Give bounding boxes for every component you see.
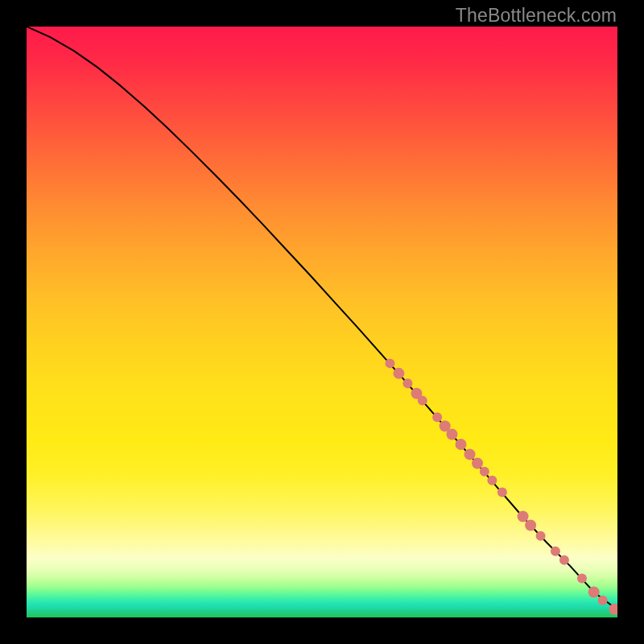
scatter-point	[472, 457, 483, 469]
scatter-point	[598, 596, 608, 605]
scatter-points	[385, 358, 617, 617]
scatter-point	[487, 476, 497, 485]
scatter-point	[497, 487, 507, 497]
scatter-point	[480, 467, 489, 477]
scatter-point	[418, 396, 427, 406]
scatter-point	[464, 448, 476, 460]
scatter-point	[518, 510, 529, 522]
plot-area	[27, 27, 617, 617]
scatter-point	[402, 378, 412, 388]
curve-layer	[27, 27, 617, 617]
scatter-point	[551, 547, 560, 556]
scatter-point	[385, 358, 394, 368]
chart-stage: TheBottleneck.com	[0, 0, 644, 644]
scatter-point	[455, 439, 466, 450]
scatter-point	[393, 368, 404, 379]
scatter-point	[559, 555, 569, 565]
scatter-point	[432, 412, 442, 422]
watermark-label: TheBottleneck.com	[456, 5, 617, 27]
scatter-point	[588, 586, 600, 597]
scatter-point	[536, 531, 546, 541]
scatter-point	[446, 428, 457, 440]
scatter-point	[525, 520, 536, 531]
scatter-point	[577, 574, 587, 584]
